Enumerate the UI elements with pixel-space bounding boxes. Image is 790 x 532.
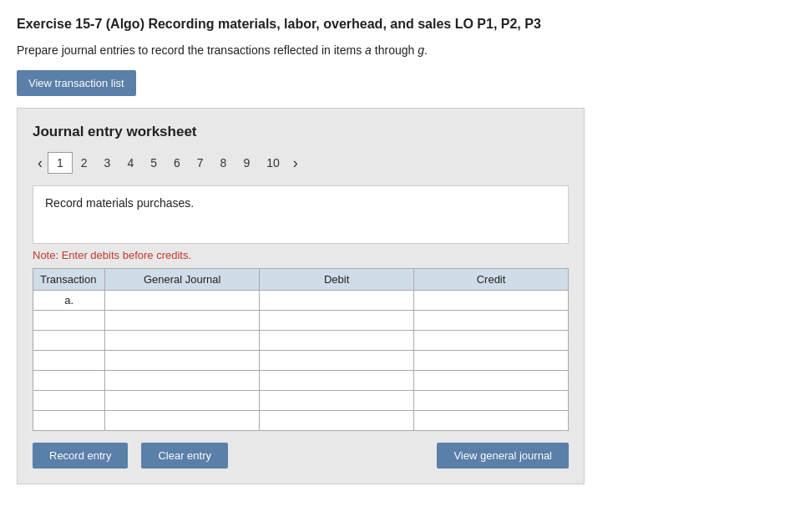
general-journal-cell-2[interactable] <box>105 311 260 331</box>
worksheet-title: Journal entry worksheet <box>33 124 569 140</box>
credit-input-5[interactable] <box>414 371 568 390</box>
col-header-debit: Debit <box>260 269 414 291</box>
table-row <box>33 351 569 371</box>
general-journal-input-4[interactable] <box>105 351 259 370</box>
note-text: Note: Enter debits before credits. <box>33 249 569 261</box>
table-row <box>33 371 569 391</box>
tab-9[interactable]: 9 <box>235 153 258 173</box>
credit-cell-7[interactable] <box>414 411 569 431</box>
worksheet-container: Journal entry worksheet ‹ 1 2 3 4 5 6 7 … <box>17 108 585 484</box>
debit-cell-7[interactable] <box>260 411 414 431</box>
table-row: a. <box>33 291 569 311</box>
table-row <box>33 411 569 431</box>
credit-cell-4[interactable] <box>414 351 569 371</box>
subtitle: Prepare journal entries to record the tr… <box>17 43 773 57</box>
credit-cell-2[interactable] <box>414 311 569 331</box>
tab-6[interactable]: 6 <box>165 153 189 173</box>
tab-3[interactable]: 3 <box>96 153 119 173</box>
general-journal-input-3[interactable] <box>105 331 259 350</box>
general-journal-input-5[interactable] <box>105 371 259 390</box>
col-header-general-journal: General Journal <box>105 269 260 291</box>
col-header-transaction: Transaction <box>33 269 105 291</box>
col-header-credit: Credit <box>414 269 569 291</box>
tab-8[interactable]: 8 <box>212 153 235 173</box>
tab-5[interactable]: 5 <box>142 153 165 173</box>
credit-cell-1[interactable] <box>414 291 569 311</box>
debit-input-5[interactable] <box>260 371 413 390</box>
view-general-journal-button[interactable]: View general journal <box>437 443 569 469</box>
tab-2[interactable]: 2 <box>73 153 96 173</box>
general-journal-cell-6[interactable] <box>105 391 260 411</box>
credit-input-6[interactable] <box>414 391 568 410</box>
record-description: Record materials purchases. <box>33 185 569 244</box>
credit-input-3[interactable] <box>414 331 568 350</box>
general-journal-input-7[interactable] <box>105 411 259 430</box>
debit-cell-4[interactable] <box>260 351 414 371</box>
general-journal-input-6[interactable] <box>105 391 259 410</box>
credit-input-7[interactable] <box>414 411 568 430</box>
general-journal-input-1[interactable] <box>105 291 259 310</box>
tab-1[interactable]: 1 <box>48 152 73 174</box>
tab-navigation: ‹ 1 2 3 4 5 6 7 8 9 10 › <box>33 152 569 174</box>
debit-cell-2[interactable] <box>260 311 414 331</box>
transaction-label-4 <box>33 351 105 371</box>
transaction-label-7 <box>33 411 105 431</box>
table-row <box>33 331 569 351</box>
table-row <box>33 311 569 331</box>
credit-cell-5[interactable] <box>414 371 569 391</box>
general-journal-cell-4[interactable] <box>105 351 260 371</box>
view-transactions-button[interactable]: View transaction list <box>17 70 136 96</box>
transaction-label-3 <box>33 331 105 351</box>
debit-input-2[interactable] <box>260 311 413 330</box>
debit-cell-1[interactable] <box>260 291 414 311</box>
tab-4[interactable]: 4 <box>119 153 142 173</box>
debit-cell-3[interactable] <box>260 331 414 351</box>
debit-input-1[interactable] <box>260 291 413 310</box>
next-tab-button[interactable]: › <box>288 153 303 174</box>
general-journal-input-2[interactable] <box>105 311 259 330</box>
transaction-label-2 <box>33 311 105 331</box>
credit-input-1[interactable] <box>414 291 568 310</box>
general-journal-cell-5[interactable] <box>105 371 260 391</box>
credit-input-2[interactable] <box>414 311 568 330</box>
table-row <box>33 391 569 411</box>
general-journal-cell-7[interactable] <box>105 411 260 431</box>
record-entry-button[interactable]: Record entry <box>33 443 128 469</box>
clear-entry-button[interactable]: Clear entry <box>141 443 228 469</box>
transaction-label-a: a. <box>33 291 105 311</box>
tab-10[interactable]: 10 <box>258 153 288 173</box>
bottom-buttons: Record entry Clear entry View general jo… <box>33 443 569 469</box>
credit-cell-3[interactable] <box>414 331 569 351</box>
credit-cell-6[interactable] <box>414 391 569 411</box>
debit-input-3[interactable] <box>260 331 413 350</box>
general-journal-cell-3[interactable] <box>105 331 260 351</box>
prev-tab-button[interactable]: ‹ <box>33 153 48 174</box>
debit-cell-6[interactable] <box>260 391 414 411</box>
debit-input-7[interactable] <box>260 411 413 430</box>
credit-input-4[interactable] <box>414 351 568 370</box>
general-journal-cell-1[interactable] <box>105 291 260 311</box>
transaction-label-5 <box>33 371 105 391</box>
debit-input-4[interactable] <box>260 351 413 370</box>
transaction-label-6 <box>33 391 105 411</box>
page-title: Exercise 15-7 (Algo) Recording materials… <box>17 17 773 32</box>
journal-table: Transaction General Journal Debit Credit… <box>33 268 569 431</box>
tab-7[interactable]: 7 <box>189 153 212 173</box>
debit-cell-5[interactable] <box>260 371 414 391</box>
debit-input-6[interactable] <box>260 391 413 410</box>
